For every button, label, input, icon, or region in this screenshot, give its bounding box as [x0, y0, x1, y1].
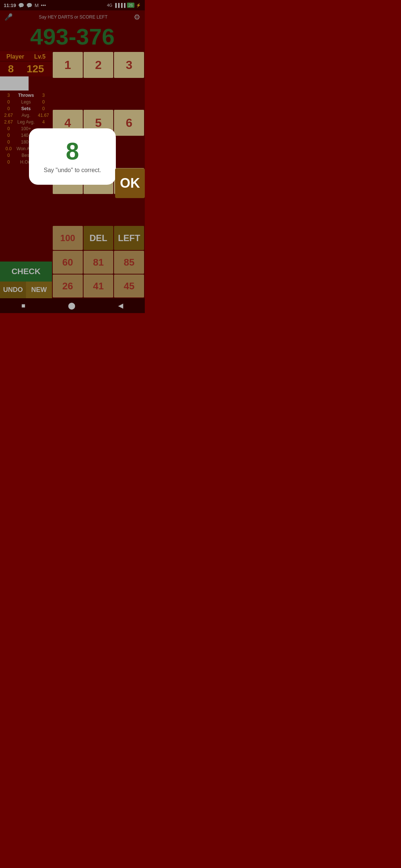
- ok-button[interactable]: OK: [115, 168, 145, 198]
- score-modal: 8 Say "undo" to correct.: [29, 128, 116, 185]
- modal-overlay: 8 Say "undo" to correct. OK: [0, 0, 145, 313]
- modal-score-number: 8: [44, 139, 101, 163]
- modal-message: Say "undo" to correct.: [44, 167, 101, 174]
